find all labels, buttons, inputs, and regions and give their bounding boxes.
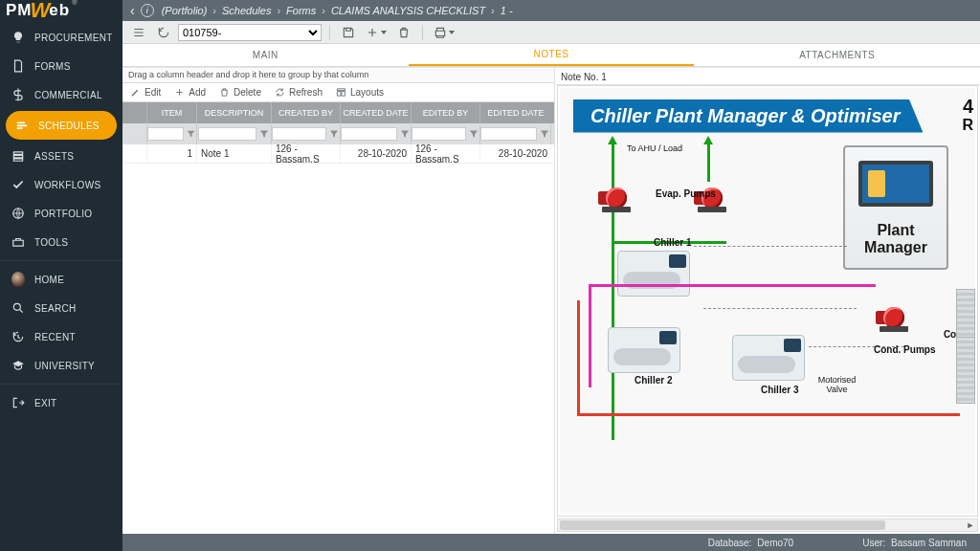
col-edited-by[interactable]: EDITED BY (412, 102, 480, 123)
col-edited-date[interactable]: EDITED DATE (480, 102, 551, 123)
grid-edit-label: Edit (145, 87, 161, 98)
diagram-title: Chiller Plant Manager & Optimiser (573, 96, 975, 136)
breadcrumb-seg[interactable]: (Portfolio) (162, 5, 208, 16)
status-user-value: Bassam Samman (891, 538, 967, 548)
grid-edit-button[interactable]: Edit (130, 87, 161, 98)
pipe (707, 143, 710, 182)
filter-description[interactable] (197, 123, 272, 144)
tab-attachments[interactable]: ATTACHMENTS (694, 44, 980, 66)
nav-assets[interactable]: ASSETS (0, 142, 122, 170)
pipe (589, 284, 876, 287)
breadcrumb-seg[interactable]: CLAIMS ANALYSIS CHECKLIST (331, 5, 485, 16)
nav-exit[interactable]: EXIT (0, 388, 122, 417)
schedule-icon (15, 119, 29, 132)
tab-main[interactable]: MAIN (122, 44, 409, 66)
lightbulb-icon (11, 31, 25, 44)
nav-recent[interactable]: RECENT (0, 322, 122, 351)
horizontal-scrollbar[interactable]: ◄ ► (557, 518, 978, 532)
pipe (589, 284, 591, 387)
nav-portfolio[interactable]: PORTFOLIO (0, 199, 122, 228)
col-created-date[interactable]: CREATED DATE (341, 102, 412, 123)
pipe (612, 217, 614, 244)
filter-edited-date[interactable] (480, 123, 551, 144)
back-chevron-icon[interactable]: ‹ (130, 3, 135, 18)
table-row[interactable]: 1 Note 1 126 - Bassam.S 28-10-2020 126 -… (122, 144, 554, 164)
grid-add-button[interactable]: Add (174, 87, 206, 98)
status-bar: Database: Demo70 User: Bassam Samman (122, 534, 980, 551)
filter-desc-input[interactable] (198, 127, 257, 141)
filter-created-by[interactable] (272, 123, 341, 144)
plant-manager-screen (858, 161, 933, 207)
group-by-bar[interactable]: Drag a column header and drop it here to… (122, 68, 554, 83)
nav-workflows[interactable]: WORKFLOWS (0, 170, 122, 199)
filter-edited-by[interactable] (412, 123, 480, 144)
diagram-cut-number: 4 (963, 96, 973, 118)
filter-icon[interactable] (186, 128, 196, 140)
nav-label: FORMS (34, 61, 71, 72)
nav-home[interactable]: HOME (0, 265, 122, 294)
save-button[interactable] (338, 23, 359, 42)
label-motorised-valve: Motorised Valve (811, 375, 863, 394)
note-content-pane: Note No. 1 Chiller Plant Manager & Optim… (555, 68, 980, 534)
note-image: Chiller Plant Manager & Optimiser 4 R To… (557, 85, 978, 517)
grid-refresh-button[interactable]: Refresh (275, 87, 323, 98)
list-button[interactable] (128, 23, 149, 42)
nav-commercial[interactable]: COMMERCIAL (0, 80, 122, 109)
scroll-right-icon[interactable]: ► (964, 519, 977, 531)
nav-forms[interactable]: FORMS (0, 52, 122, 80)
breadcrumb-seg[interactable]: Forms (286, 5, 316, 16)
breadcrumb-seg[interactable]: 1 - (501, 5, 513, 16)
tabs: MAIN NOTES ATTACHMENTS (122, 44, 980, 67)
nav-label: SCHEDULES (38, 121, 100, 131)
nav-label: RECENT (34, 332, 76, 342)
record-select[interactable]: 010759- (178, 24, 322, 41)
grid-delete-button[interactable]: Delete (219, 87, 261, 98)
nav-label: SEARCH (34, 303, 76, 314)
note-number-label: Note No. 1 (555, 68, 980, 85)
print-button[interactable] (431, 23, 457, 42)
search-icon (11, 301, 25, 315)
document-icon (11, 59, 25, 73)
filter-cby-input[interactable] (272, 127, 326, 141)
breadcrumb-seg[interactable]: Schedules (222, 5, 271, 16)
nav-search[interactable]: SEARCH (0, 294, 122, 322)
filter-icon[interactable] (328, 128, 340, 140)
filter-icon[interactable] (539, 128, 550, 140)
chiller-diagram: Chiller Plant Manager & Optimiser 4 R To… (560, 88, 975, 514)
filter-icon[interactable] (468, 128, 479, 140)
status-db-value: Demo70 (757, 538, 793, 548)
info-icon[interactable]: i (141, 4, 154, 17)
col-item[interactable]: ITEM (147, 102, 197, 123)
graduation-icon (11, 359, 25, 372)
grid-delete-label: Delete (234, 87, 261, 98)
col-description[interactable]: DESCRIPTION (197, 102, 272, 123)
filter-eby-input[interactable] (412, 127, 466, 141)
label-chiller1: Chiller 1 (654, 237, 691, 248)
grid-refresh-label: Refresh (289, 87, 323, 98)
pipe (577, 300, 580, 415)
filter-edt-input[interactable] (480, 127, 536, 141)
filter-icon[interactable] (399, 128, 411, 140)
nav-label: PORTFOLIO (34, 209, 92, 219)
col-checkbox[interactable] (122, 102, 147, 123)
scroll-thumb[interactable] (560, 520, 885, 530)
chevron-down-icon (381, 31, 387, 34)
tab-notes[interactable]: NOTES (409, 44, 695, 66)
filter-item-input[interactable] (147, 127, 184, 141)
add-button[interactable] (363, 23, 390, 42)
cooling-tower (956, 337, 975, 404)
nav-university[interactable]: UNIVERSITY (0, 351, 122, 380)
filter-icon[interactable] (258, 128, 270, 140)
nav-tools[interactable]: TOOLS (0, 228, 122, 256)
history-button[interactable] (153, 23, 174, 42)
grid-layouts-button[interactable]: Layouts (336, 87, 384, 98)
breadcrumb: ‹ i (Portfolio)› Schedules› Forms› CLAIM… (122, 0, 980, 21)
nav-procurement[interactable]: PROCUREMENT (0, 23, 122, 52)
filter-item[interactable] (147, 123, 197, 144)
delete-button[interactable] (393, 23, 414, 42)
col-created-by[interactable]: CREATED BY (272, 102, 341, 123)
filter-cdt-input[interactable] (341, 127, 396, 141)
filter-created-date[interactable] (341, 123, 412, 144)
nav-schedules[interactable]: SCHEDULES (6, 111, 117, 140)
row-checkbox[interactable] (122, 144, 147, 163)
